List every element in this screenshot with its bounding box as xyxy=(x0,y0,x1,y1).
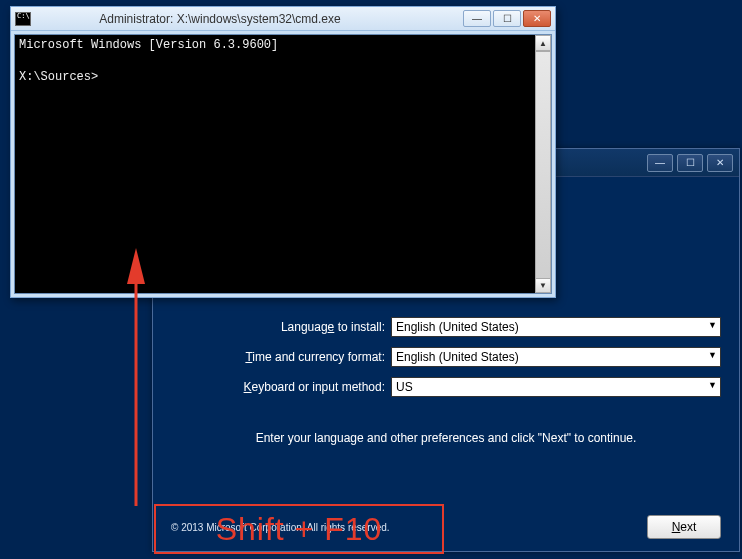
cmd-version-line: Microsoft Windows [Version 6.3.9600] xyxy=(19,38,278,52)
cmd-window: Administrator: X:\windows\system32\cmd.e… xyxy=(10,6,556,298)
cmd-scrollbar[interactable]: ▲ ▼ xyxy=(535,35,551,293)
minimize-icon: — xyxy=(472,13,482,24)
chevron-up-icon: ▲ xyxy=(539,39,547,48)
setup-maximize-button[interactable]: ☐ xyxy=(677,154,703,172)
cmd-body[interactable]: Microsoft Windows [Version 6.3.9600] X:\… xyxy=(14,34,552,294)
annotation-text: Shift + F10 xyxy=(216,511,383,548)
cmd-maximize-button[interactable]: ☐ xyxy=(493,10,521,27)
setup-window-controls: — ☐ ✕ xyxy=(647,154,733,172)
keyboard-value: US xyxy=(396,380,413,394)
language-select[interactable]: English (United States) xyxy=(391,317,721,337)
keyboard-label: Keyboard or input method: xyxy=(171,380,391,394)
scroll-thumb[interactable] xyxy=(535,51,551,279)
language-label: Language to install: xyxy=(171,320,391,334)
time-select[interactable]: English (United States) xyxy=(391,347,721,367)
cmd-title-text: Administrator: X:\windows\system32\cmd.e… xyxy=(37,12,463,26)
cmd-minimize-button[interactable]: — xyxy=(463,10,491,27)
time-value: English (United States) xyxy=(396,350,519,364)
cmd-app-icon xyxy=(15,12,31,26)
maximize-icon: ☐ xyxy=(686,157,695,168)
scroll-up-button[interactable]: ▲ xyxy=(535,35,551,51)
scroll-down-button[interactable]: ▼ xyxy=(535,277,551,293)
keyboard-row: Keyboard or input method: US xyxy=(171,377,721,397)
cmd-output: Microsoft Windows [Version 6.3.9600] X:\… xyxy=(15,35,551,88)
cmd-prompt: X:\Sources> xyxy=(19,70,98,84)
setup-close-button[interactable]: ✕ xyxy=(707,154,733,172)
setup-instruction-text: Enter your language and other preference… xyxy=(171,431,721,445)
close-icon: ✕ xyxy=(716,157,724,168)
chevron-down-icon: ▼ xyxy=(539,281,547,290)
keyboard-select[interactable]: US xyxy=(391,377,721,397)
annotation-label: Shift + F10 xyxy=(154,504,444,554)
language-row: Language to install: English (United Sta… xyxy=(171,317,721,337)
setup-minimize-button[interactable]: — xyxy=(647,154,673,172)
cmd-window-controls: — ☐ ✕ xyxy=(463,10,551,27)
language-value: English (United States) xyxy=(396,320,519,334)
cmd-titlebar[interactable]: Administrator: X:\windows\system32\cmd.e… xyxy=(11,7,555,31)
time-row: Time and currency format: English (Unite… xyxy=(171,347,721,367)
minimize-icon: — xyxy=(655,157,665,168)
cmd-close-button[interactable]: ✕ xyxy=(523,10,551,27)
maximize-icon: ☐ xyxy=(503,13,512,24)
next-button[interactable]: Next xyxy=(647,515,721,539)
close-icon: ✕ xyxy=(533,13,541,24)
time-label: Time and currency format: xyxy=(171,350,391,364)
